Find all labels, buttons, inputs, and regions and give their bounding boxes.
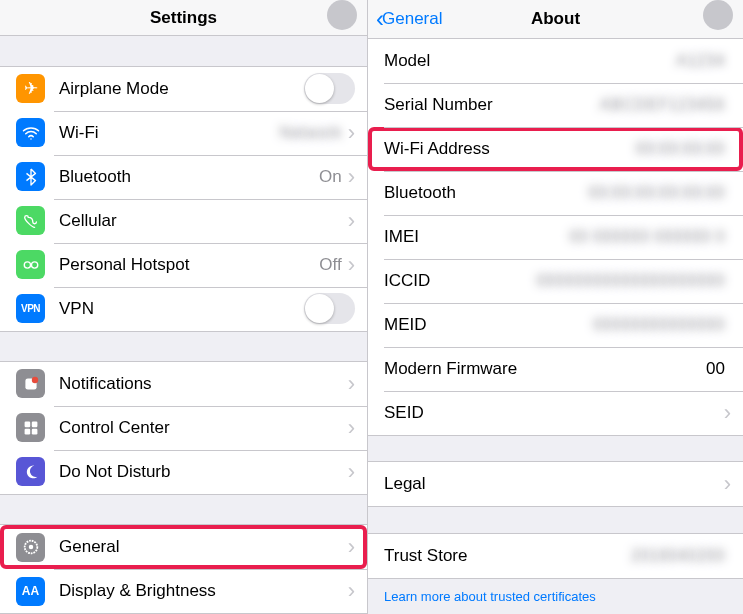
chevron-icon: › [348,578,355,604]
row-cellular[interactable]: Cellular › [0,199,367,243]
bluetooth-addr-label: Bluetooth [384,183,588,203]
serial-value: ABCDEF123456 [599,95,725,115]
chevron-icon: › [348,252,355,278]
bluetooth-addr-value: 00:00:00:00:00:00 [588,183,725,203]
wifi-label: Wi-Fi [59,123,279,143]
trust-label: Trust Store [384,546,630,566]
serial-label: Serial Number [384,95,599,115]
cellular-icon [16,206,45,235]
settings-pane: Settings ✈ Airplane Mode Wi-Fi Network ›… [0,0,368,614]
notifications-label: Notifications [59,374,348,394]
row-hotspot[interactable]: Personal Hotspot Off › [0,243,367,287]
hotspot-icon [16,250,45,279]
iccid-label: ICCID [384,271,536,291]
row-meid[interactable]: MEID 00000000000000 [368,303,743,347]
bluetooth-label: Bluetooth [59,167,319,187]
imei-label: IMEI [384,227,569,247]
svg-point-0 [24,261,30,267]
bluetooth-icon [16,162,45,191]
vpn-label: VPN [59,299,304,319]
display-icon: AA [16,577,45,606]
chevron-icon: › [348,534,355,560]
row-bluetooth[interactable]: Bluetooth On › [0,155,367,199]
dnd-label: Do Not Disturb [59,462,348,482]
row-notifications[interactable]: Notifications › [0,362,367,406]
airplane-toggle[interactable] [304,73,355,104]
cellular-label: Cellular [59,211,348,231]
control-center-label: Control Center [59,418,348,438]
row-wifi[interactable]: Wi-Fi Network › [0,111,367,155]
dnd-icon [16,457,45,486]
settings-group-notifications: Notifications › Control Center › Do Not … [0,361,367,495]
row-seid[interactable]: SEID › [368,391,743,435]
about-group-trust: Trust Store 2018040200 [368,533,743,579]
model-label: Model [384,51,676,71]
svg-point-3 [31,377,37,383]
about-group-legal: Legal › [368,461,743,507]
svg-rect-4 [24,421,30,427]
wifi-icon [16,118,45,147]
chevron-icon: › [348,459,355,485]
airplane-icon: ✈ [16,74,45,103]
svg-point-1 [31,261,37,267]
row-serial[interactable]: Serial Number ABCDEF123456 [368,83,743,127]
row-bluetooth-addr[interactable]: Bluetooth 00:00:00:00:00:00 [368,171,743,215]
vpn-toggle[interactable] [304,293,355,324]
row-vpn[interactable]: VPN VPN [0,287,367,331]
general-label: General [59,537,348,557]
chevron-icon: › [724,400,731,426]
display-label: Display & Brightness [59,581,348,601]
svg-rect-7 [31,429,37,435]
row-control-center[interactable]: Control Center › [0,406,367,450]
row-firmware[interactable]: Modern Firmware 00 [368,347,743,391]
wifi-value: Network [279,123,341,143]
hotspot-value: Off [319,255,341,275]
about-title: About [531,9,580,29]
chevron-icon: › [348,208,355,234]
settings-group-general: General › AA Display & Brightness › [0,524,367,614]
back-button[interactable]: ‹ General [376,7,442,31]
chevron-icon: › [348,415,355,441]
row-wifi-address[interactable]: Wi-Fi Address 00:00:00:00 [368,127,743,171]
firmware-label: Modern Firmware [384,359,706,379]
chevron-icon: › [348,371,355,397]
settings-header: Settings [0,0,367,36]
firmware-value: 00 [706,359,725,379]
row-dnd[interactable]: Do Not Disturb › [0,450,367,494]
imei-value: 00 000000 000000 0 [569,227,725,247]
svg-rect-5 [31,421,37,427]
row-general[interactable]: General › [0,525,367,569]
meid-label: MEID [384,315,593,335]
row-model[interactable]: Model A1234 [368,39,743,83]
seid-label: SEID [384,403,724,423]
svg-rect-6 [24,429,30,435]
row-airplane-mode[interactable]: ✈ Airplane Mode [0,67,367,111]
settings-group-connectivity: ✈ Airplane Mode Wi-Fi Network › Bluetoot… [0,66,367,332]
hotspot-label: Personal Hotspot [59,255,319,275]
model-value: A1234 [676,51,725,71]
wifi-address-value: 00:00:00:00 [635,139,725,159]
header-circle-button[interactable] [327,0,357,30]
meid-value: 00000000000000 [593,315,725,335]
trusted-certs-link[interactable]: Learn more about trusted certificates [368,579,743,614]
row-legal[interactable]: Legal › [368,462,743,506]
row-imei[interactable]: IMEI 00 000000 000000 0 [368,215,743,259]
chevron-icon: › [724,471,731,497]
vpn-icon: VPN [16,294,45,323]
chevron-icon: › [348,120,355,146]
trust-value: 2018040200 [630,546,725,566]
settings-title: Settings [150,8,217,28]
row-trust-store[interactable]: Trust Store 2018040200 [368,534,743,578]
about-pane: ‹ General About Model A1234 Serial Numbe… [368,0,743,614]
row-iccid[interactable]: ICCID 00000000000000000000 [368,259,743,303]
chevron-icon: › [348,164,355,190]
notifications-icon [16,369,45,398]
legal-label: Legal [384,474,724,494]
header-circle-button-right[interactable] [703,0,733,30]
bluetooth-value: On [319,167,342,187]
about-header: ‹ General About [368,0,743,39]
svg-point-9 [28,545,33,550]
gear-icon [16,533,45,562]
row-display[interactable]: AA Display & Brightness › [0,569,367,613]
control-center-icon [16,413,45,442]
